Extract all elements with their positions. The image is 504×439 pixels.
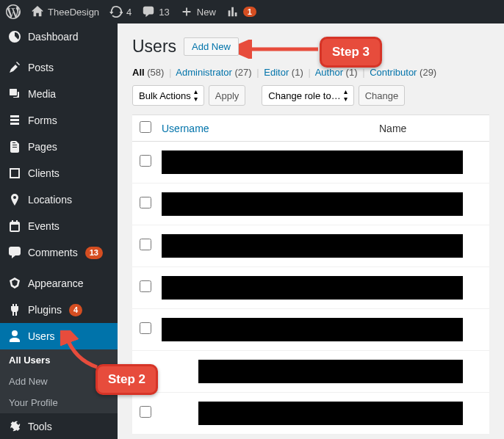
plugins-badge: 4 <box>69 304 82 316</box>
filter-author[interactable]: Author <box>315 67 343 78</box>
menu-label: Users <box>28 330 55 342</box>
new-content-label: New <box>197 7 216 18</box>
page-title: Users <box>132 37 176 57</box>
user-icon <box>7 329 22 344</box>
menu-clients[interactable]: Clients <box>0 160 118 186</box>
menu-posts[interactable]: Posts <box>0 54 118 81</box>
table-row[interactable] <box>132 142 489 184</box>
select-all-checkbox[interactable] <box>140 121 151 133</box>
comment-icon <box>7 245 22 260</box>
menu-label: Comments <box>28 247 78 258</box>
comments-badge: 13 <box>85 247 103 259</box>
change-button[interactable]: Change <box>359 85 406 106</box>
redacted-content <box>162 276 463 300</box>
row-checkbox[interactable] <box>140 322 151 334</box>
plus-icon <box>180 5 193 18</box>
users-table-header: Username Name <box>132 115 489 142</box>
table-row[interactable] <box>132 225 489 267</box>
submenu-add-new[interactable]: Add New <box>0 371 118 392</box>
comment-icon <box>142 5 155 18</box>
col-username[interactable]: Username <box>162 123 379 134</box>
menu-label: Tools <box>28 421 52 432</box>
table-row[interactable] <box>132 267 489 309</box>
apply-button[interactable]: Apply <box>209 85 246 106</box>
col-name[interactable]: Name <box>379 123 482 134</box>
caret-icon: ▴▾ <box>344 88 348 103</box>
admin-sidebar: Dashboard Posts Media Forms Pages Client… <box>0 23 118 439</box>
wordpress-icon <box>6 4 21 19</box>
updates-count: 4 <box>126 7 132 18</box>
appearance-icon <box>7 276 22 291</box>
menu-pages[interactable]: Pages <box>0 134 118 160</box>
updates-menu[interactable]: 4 <box>109 5 132 18</box>
row-checkbox[interactable] <box>140 197 151 208</box>
menu-dashboard[interactable]: Dashboard <box>0 23 118 50</box>
site-name-label: TheeDesign <box>48 7 99 18</box>
pages-icon <box>7 139 22 154</box>
location-icon <box>7 192 22 207</box>
forms-icon <box>7 113 22 128</box>
bulk-actions-select[interactable]: Bulk Actions ▴▾ <box>132 85 204 106</box>
row-checkbox[interactable] <box>140 155 151 167</box>
filter-all[interactable]: All <box>132 67 145 78</box>
menu-label: Clients <box>28 167 60 179</box>
menu-label: Events <box>28 220 60 232</box>
menu-locations[interactable]: Locations <box>0 186 118 213</box>
menu-label: Posts <box>28 62 54 73</box>
submenu-your-profile[interactable]: Your Profile <box>0 392 118 413</box>
menu-tools[interactable]: Tools <box>0 413 118 439</box>
menu-forms[interactable]: Forms <box>0 107 118 134</box>
calendar-icon <box>7 219 22 233</box>
seo-menu[interactable]: 1 <box>226 5 256 18</box>
redacted-content <box>198 360 463 383</box>
users-submenu: All Users Add New Your Profile <box>0 349 118 413</box>
submenu-all-users[interactable]: All Users <box>0 349 118 371</box>
row-checkbox[interactable] <box>140 280 151 292</box>
filter-contributor[interactable]: Contributor <box>370 67 417 78</box>
add-new-button[interactable]: Add New <box>184 37 239 56</box>
redacted-content <box>198 402 463 425</box>
menu-comments[interactable]: Comments 13 <box>0 239 118 266</box>
dashboard-icon <box>7 29 22 44</box>
menu-events[interactable]: Events <box>0 213 118 239</box>
row-checkbox[interactable] <box>140 406 151 418</box>
change-role-select[interactable]: Change role to… ▴▾ <box>262 85 353 106</box>
main-content: Users Add New All (58) | Administrator (… <box>118 23 504 439</box>
pin-icon <box>7 60 22 75</box>
notifications-badge: 1 <box>243 7 256 17</box>
comments-menu[interactable]: 13 <box>142 5 169 18</box>
users-table-body <box>132 142 489 435</box>
comments-count: 13 <box>159 7 169 18</box>
row-checkbox[interactable] <box>140 364 151 376</box>
home-icon <box>31 5 44 18</box>
role-filters: All (58) | Administrator (27) | Editor (… <box>132 67 489 78</box>
row-checkbox[interactable] <box>140 239 151 250</box>
menu-media[interactable]: Media <box>0 81 118 107</box>
table-row[interactable] <box>132 184 489 225</box>
new-content-menu[interactable]: New <box>180 5 216 18</box>
menu-label: Pages <box>28 141 57 153</box>
menu-label: Appearance <box>28 277 84 289</box>
table-row[interactable] <box>132 309 489 351</box>
redacted-content <box>162 234 463 258</box>
table-row[interactable] <box>132 351 489 393</box>
menu-label: Forms <box>28 115 57 126</box>
redacted-content <box>162 192 463 216</box>
table-row[interactable] <box>132 393 489 435</box>
site-name-menu[interactable]: TheeDesign <box>31 5 99 18</box>
admin-toolbar: TheeDesign 4 13 New 1 <box>0 0 504 23</box>
filter-administrator[interactable]: Administrator <box>176 67 232 78</box>
redacted-content <box>162 150 463 174</box>
filter-editor[interactable]: Editor <box>264 67 289 78</box>
caret-icon: ▴▾ <box>194 88 198 103</box>
wp-logo-menu[interactable] <box>6 4 21 19</box>
update-icon <box>109 5 123 18</box>
menu-plugins[interactable]: Plugins 4 <box>0 297 118 323</box>
menu-label: Locations <box>28 194 72 206</box>
media-icon <box>7 87 22 101</box>
plugin-icon <box>7 302 22 317</box>
menu-label: Dashboard <box>28 31 79 43</box>
menu-users[interactable]: Users <box>0 323 118 349</box>
menu-appearance[interactable]: Appearance <box>0 270 118 297</box>
menu-label: Plugins <box>28 304 62 316</box>
